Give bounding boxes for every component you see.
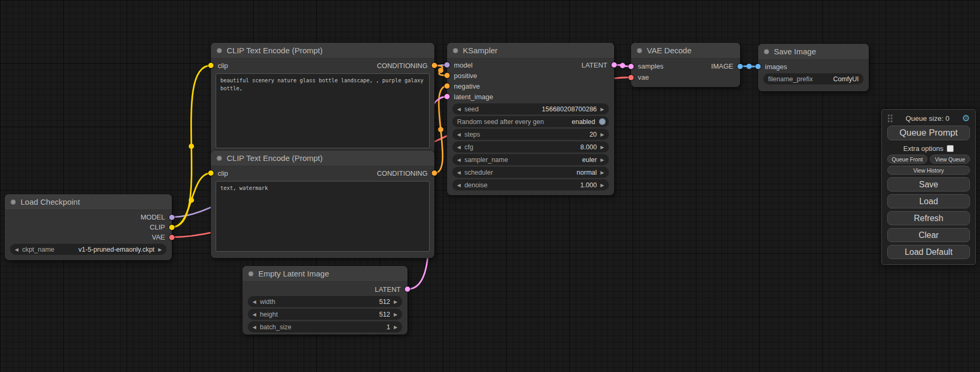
output-slot-clip-dot[interactable] bbox=[169, 225, 174, 230]
prompt-textarea[interactable]: text, watermark bbox=[216, 181, 430, 252]
node-clip-text-encode-positive[interactable]: CLIP Text Encode (Prompt) clip CONDITION… bbox=[211, 43, 434, 155]
input-slot-images-dot[interactable] bbox=[755, 64, 761, 69]
increment-arrow-icon[interactable]: ▶ bbox=[394, 299, 397, 304]
collapse-dot-icon[interactable] bbox=[764, 49, 769, 54]
increment-arrow-icon[interactable]: ▶ bbox=[600, 145, 604, 150]
input-slot-clip-dot[interactable] bbox=[208, 170, 214, 176]
collapse-dot-icon[interactable] bbox=[453, 48, 458, 53]
node-clip-text-encode-negative[interactable]: CLIP Text Encode (Prompt) clip CONDITION… bbox=[211, 150, 434, 258]
queue-front-button[interactable]: Queue Front bbox=[887, 155, 927, 164]
widget-scheduler[interactable]: ◀ scheduler normal ▶ bbox=[452, 167, 609, 178]
node-titlebar[interactable]: VAE Decode bbox=[631, 43, 740, 59]
decrement-arrow-icon[interactable]: ◀ bbox=[457, 183, 461, 188]
node-titlebar[interactable]: Save Image bbox=[758, 44, 869, 60]
input-slot-clip-dot[interactable] bbox=[208, 63, 214, 68]
widget-batch-size[interactable]: ◀ batch_size 1 ▶ bbox=[248, 321, 402, 332]
extra-options-checkbox[interactable] bbox=[947, 145, 954, 152]
queue-prompt-button[interactable]: Queue Prompt bbox=[887, 126, 970, 140]
input-slot-negative-dot[interactable] bbox=[444, 83, 450, 89]
widget-seed[interactable]: ◀ seed 156680208700286 ▶ bbox=[452, 103, 609, 115]
collapse-dot-icon[interactable] bbox=[217, 156, 222, 161]
node-titlebar[interactable]: Empty Latent Image bbox=[242, 266, 407, 282]
increment-arrow-icon[interactable]: ▶ bbox=[600, 157, 604, 163]
node-ksampler[interactable]: KSampler model LATENT positive negative … bbox=[447, 43, 614, 195]
increment-arrow-icon[interactable]: ▶ bbox=[600, 183, 604, 188]
load-button[interactable]: Load bbox=[887, 194, 970, 208]
slot-row: model LATENT bbox=[447, 60, 614, 70]
input-slot-label: negative bbox=[454, 82, 480, 90]
decrement-arrow-icon[interactable]: ◀ bbox=[253, 312, 256, 317]
output-slot-image-dot[interactable] bbox=[738, 64, 743, 69]
node-title: KSampler bbox=[463, 46, 498, 55]
node-titlebar[interactable]: Load Checkpoint bbox=[5, 194, 172, 210]
drag-handle-icon[interactable] bbox=[887, 114, 893, 123]
output-slot-label: CLIP bbox=[150, 223, 165, 231]
increment-arrow-icon[interactable]: ▶ bbox=[600, 170, 604, 175]
increment-arrow-icon[interactable]: ▶ bbox=[600, 107, 604, 112]
toggle-knob-icon[interactable] bbox=[599, 118, 606, 125]
settings-gear-icon[interactable]: ⚙ bbox=[962, 114, 970, 123]
decrement-arrow-icon[interactable]: ◀ bbox=[457, 107, 461, 112]
node-load-checkpoint[interactable]: Load Checkpoint MODEL CLIP VAE ◀ ckpt_na… bbox=[5, 194, 172, 260]
decrement-arrow-icon[interactable]: ◀ bbox=[457, 170, 461, 175]
slot-row: LATENT bbox=[242, 284, 407, 294]
widget-value: v1-5-pruned-emaonly.ckpt bbox=[79, 246, 154, 253]
widget-ckpt-name[interactable]: ◀ ckpt_name v1-5-pruned-emaonly.ckpt ▶ bbox=[10, 244, 167, 255]
widget-steps[interactable]: ◀ steps 20 ▶ bbox=[452, 129, 609, 140]
collapse-dot-icon[interactable] bbox=[11, 199, 16, 205]
node-titlebar[interactable]: CLIP Text Encode (Prompt) bbox=[211, 43, 434, 59]
node-empty-latent-image[interactable]: Empty Latent Image LATENT ◀ width 512 ▶ … bbox=[242, 266, 407, 335]
output-slot-latent-dot[interactable] bbox=[612, 62, 617, 68]
output-slot-label: MODEL bbox=[141, 213, 165, 221]
output-slot-vae-dot[interactable] bbox=[169, 235, 174, 240]
collapse-dot-icon[interactable] bbox=[248, 271, 254, 276]
widget-random-seed-toggle[interactable]: Random seed after every gen enabled bbox=[452, 116, 609, 127]
queue-panel-header: Queue size: 0 ⚙ bbox=[887, 114, 970, 123]
increment-arrow-icon[interactable]: ▶ bbox=[600, 132, 604, 137]
widget-sampler-name[interactable]: ◀ sampler_name euler ▶ bbox=[452, 154, 609, 165]
widget-label: scheduler bbox=[464, 169, 493, 176]
increment-arrow-icon[interactable]: ▶ bbox=[394, 312, 397, 317]
widget-filename-prefix[interactable]: filename_prefix ComfyUI bbox=[763, 73, 863, 84]
decrement-arrow-icon[interactable]: ◀ bbox=[457, 145, 461, 150]
increment-arrow-icon[interactable]: ▶ bbox=[394, 325, 397, 330]
input-slot-latent-image-dot[interactable] bbox=[444, 94, 450, 99]
decrement-arrow-icon[interactable]: ◀ bbox=[253, 325, 256, 330]
load-default-button[interactable]: Load Default bbox=[887, 245, 970, 259]
output-slot-conditioning-dot[interactable] bbox=[432, 63, 437, 68]
prompt-textarea[interactable]: beautiful scenery nature glass bottle la… bbox=[216, 73, 430, 148]
view-history-button[interactable]: View History bbox=[887, 166, 970, 175]
clear-button[interactable]: Clear bbox=[887, 228, 970, 242]
input-slot-samples-dot[interactable] bbox=[628, 64, 634, 69]
slot-row: clip CONDITIONING bbox=[211, 168, 434, 178]
widget-height[interactable]: ◀ height 512 ▶ bbox=[248, 309, 402, 320]
node-titlebar[interactable]: KSampler bbox=[447, 43, 614, 59]
collapse-dot-icon[interactable] bbox=[637, 48, 642, 53]
input-slot-vae-dot[interactable] bbox=[628, 75, 634, 80]
widget-value: 1.000 bbox=[580, 182, 597, 189]
widget-denoise[interactable]: ◀ denoise 1.000 ▶ bbox=[452, 179, 609, 190]
decrement-arrow-icon[interactable]: ◀ bbox=[457, 132, 461, 137]
node-titlebar[interactable]: CLIP Text Encode (Prompt) bbox=[211, 150, 434, 166]
decrement-arrow-icon[interactable]: ◀ bbox=[15, 247, 18, 252]
widget-label: sampler_name bbox=[464, 156, 508, 164]
node-save-image[interactable]: Save Image images filename_prefix ComfyU… bbox=[758, 44, 869, 91]
output-slot-latent-dot[interactable] bbox=[405, 287, 410, 292]
input-slot-positive-dot[interactable] bbox=[444, 73, 450, 78]
output-slot-conditioning-dot[interactable] bbox=[432, 170, 437, 176]
node-graph-canvas[interactable]: Load Checkpoint MODEL CLIP VAE ◀ ckpt_na… bbox=[0, 0, 980, 372]
output-slot-model-dot[interactable] bbox=[169, 215, 174, 220]
widget-value: enabled bbox=[572, 118, 596, 126]
widget-cfg[interactable]: ◀ cfg 8.000 ▶ bbox=[452, 141, 609, 152]
increment-arrow-icon[interactable]: ▶ bbox=[158, 247, 162, 252]
decrement-arrow-icon[interactable]: ◀ bbox=[457, 157, 461, 163]
save-button[interactable]: Save bbox=[887, 177, 970, 192]
node-title: Empty Latent Image bbox=[258, 269, 329, 278]
decrement-arrow-icon[interactable]: ◀ bbox=[253, 299, 256, 304]
widget-width[interactable]: ◀ width 512 ▶ bbox=[248, 296, 402, 307]
input-slot-model-dot[interactable] bbox=[444, 62, 450, 68]
view-queue-button[interactable]: View Queue bbox=[930, 155, 970, 164]
node-vae-decode[interactable]: VAE Decode samples IMAGE vae bbox=[631, 43, 740, 87]
refresh-button[interactable]: Refresh bbox=[887, 211, 970, 225]
collapse-dot-icon[interactable] bbox=[217, 48, 222, 53]
